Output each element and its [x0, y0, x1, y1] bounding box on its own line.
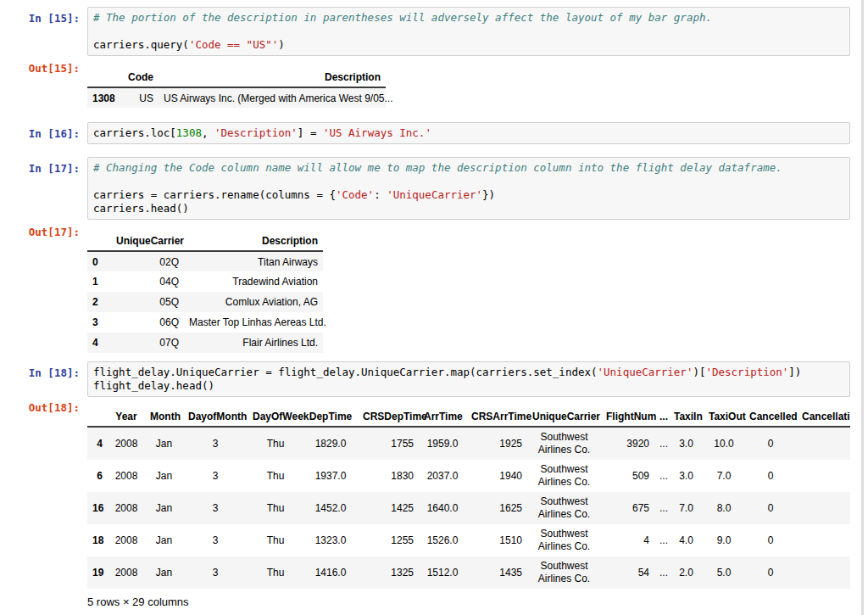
table-cell: Southwest Airlines Co.: [527, 427, 601, 460]
cell-content: CodeDescription1308USUS Airways Inc. (Me…: [87, 61, 850, 108]
code-line: [93, 175, 844, 188]
table-cell: 54: [601, 556, 654, 589]
table-cell: 4.0: [669, 524, 704, 556]
jupyter-notebook-page: In [15]:# The portion of the description…: [0, 0, 868, 615]
code-token-plain: ] =: [298, 126, 323, 139]
code-line: [93, 25, 844, 38]
column-header: Code: [121, 68, 159, 87]
table-cell: 0: [744, 460, 797, 492]
table-cell: 3: [183, 492, 248, 524]
table-cell: [797, 556, 850, 589]
table-cell: 1959.0: [419, 427, 466, 460]
table-cell: 8.0: [704, 492, 744, 524]
row-index: 18: [87, 524, 108, 556]
table-cell: Tradewind Aviation: [184, 271, 323, 292]
table-cell: 509: [601, 460, 654, 492]
code-input-area[interactable]: carriers.loc[1308, 'Description'] = 'US …: [87, 122, 850, 144]
dataframe-table: YearMonthDayofMonthDayOfWeekDepTimeCRSDe…: [87, 407, 850, 589]
row-index: 4: [87, 333, 111, 353]
code-token-number: 1308: [176, 126, 202, 139]
code-line: # The portion of the description in pare…: [93, 11, 844, 25]
dataframe-table: CodeDescription1308USUS Airways Inc. (Me…: [87, 68, 386, 108]
column-header: TaxiOut: [704, 407, 744, 427]
code-line: # Changing the Code column name will all…: [93, 161, 844, 175]
column-header: Cancellatio: [797, 407, 850, 427]
table-cell: 10.0: [704, 427, 744, 460]
table-cell: 4: [601, 524, 654, 556]
table-row: 407QFlair Airlines Ltd.: [87, 333, 323, 353]
table-cell: 7.0: [704, 460, 744, 492]
cell-content: carriers.loc[1308, 'Description'] = 'US …: [87, 122, 850, 144]
table-cell: 2037.0: [419, 460, 466, 492]
table-row: 1308USUS Airways Inc. (Merged with Ameri…: [87, 87, 386, 108]
code-token-plain: carriers.loc[: [93, 126, 176, 139]
table-cell: 1937.0: [303, 460, 358, 492]
column-header: CRSDepTime: [358, 407, 419, 427]
column-header: FlightNum: [601, 407, 654, 427]
column-header: Description: [159, 68, 386, 87]
row-index: 2: [87, 292, 111, 312]
table-header-row: UniqueCarrierDescription: [87, 232, 323, 251]
table-cell: 0: [744, 524, 797, 556]
table-row: 306QMaster Top Linhas Aereas Ltd.: [87, 312, 323, 333]
table-cell: Thu: [248, 492, 303, 524]
table-shape-summary: 5 rows × 29 columns: [87, 595, 850, 608]
table-cell: ...: [654, 427, 669, 460]
code-token-comment: # The portion of the description in pare…: [93, 11, 712, 24]
code-token-plain: :: [374, 188, 387, 201]
table-cell: 2008: [108, 460, 145, 492]
column-header: CRSArrTime: [466, 407, 527, 427]
table-cell: Flair Airlines Ltd.: [184, 333, 323, 353]
row-index: 1: [87, 271, 111, 292]
table-cell: Jan: [145, 524, 183, 556]
table-cell: 1325: [358, 556, 419, 589]
code-cell: In [18]:flight_delay.UniqueCarrier = fli…: [0, 361, 868, 397]
code-line: carriers.loc[1308, 'Description'] = 'US …: [93, 126, 844, 140]
table-row: 62008Jan3Thu1937.018302037.01940Southwes…: [87, 460, 850, 492]
table-cell: 1425: [358, 492, 419, 524]
table-cell: 3: [183, 427, 248, 460]
table-row: 205QComlux Aviation, AG: [87, 292, 323, 312]
table-cell: 2008: [108, 556, 145, 589]
table-cell: 04Q: [111, 271, 184, 292]
table-cell: 3.0: [669, 427, 704, 460]
code-token-plain: carriers.query(: [93, 38, 189, 51]
input-prompt: In [18]:: [0, 361, 87, 380]
table-cell: 1940: [466, 460, 527, 492]
code-cell: In [16]:carriers.loc[1308, 'Description'…: [0, 122, 868, 144]
table-cell: ...: [654, 556, 669, 589]
code-line: carriers.head(): [93, 202, 844, 215]
code-token-string: 'UniqueCarrier': [387, 188, 482, 201]
notebook-cell-list: In [15]:# The portion of the description…: [0, 0, 868, 608]
output-prompt: Out[17]:: [0, 225, 87, 239]
code-input-area[interactable]: flight_delay.UniqueCarrier = flight_dela…: [87, 361, 850, 397]
table-row: 42008Jan3Thu1829.017551959.01925Southwes…: [87, 427, 850, 460]
table-cell: 3: [183, 556, 248, 589]
row-index: 3: [87, 312, 111, 333]
table-cell: ...: [654, 460, 669, 492]
row-index: 6: [87, 460, 108, 492]
code-token-string: 'US Airways Inc.': [323, 126, 431, 139]
table-cell: Comlux Aviation, AG: [184, 292, 323, 312]
dataframe-table: UniqueCarrierDescription002QTitan Airway…: [87, 232, 323, 353]
code-line: carriers = carriers.rename(columns = {'C…: [93, 188, 844, 202]
table-cell: Master Top Linhas Aereas Ltd.: [184, 312, 323, 333]
code-line: flight_delay.UniqueCarrier = flight_dela…: [93, 366, 844, 379]
table-cell: 1416.0: [303, 556, 358, 589]
table-cell: Southwest Airlines Co.: [527, 524, 601, 556]
code-token-comment: # Changing the Code column name will all…: [93, 161, 782, 174]
cell-content: flight_delay.UniqueCarrier = flight_dela…: [87, 361, 850, 397]
code-input-area[interactable]: # The portion of the description in pare…: [87, 7, 850, 56]
table-cell: US Airways Inc. (Merged with America Wes…: [159, 87, 386, 108]
table-cell: 3.0: [669, 460, 704, 492]
table-cell: 1512.0: [419, 556, 466, 589]
table-cell: 0: [744, 427, 797, 460]
scrollbar-track[interactable]: [861, 0, 864, 615]
column-header: Cancelled: [744, 407, 797, 427]
table-cell: 05Q: [111, 292, 184, 312]
code-line: flight_delay.head(): [93, 379, 844, 393]
code-input-area[interactable]: # Changing the Code column name will all…: [87, 157, 850, 220]
table-cell: 0: [744, 492, 797, 524]
table-row: 002QTitan Airways: [87, 251, 323, 271]
table-cell: 1755: [358, 427, 419, 460]
